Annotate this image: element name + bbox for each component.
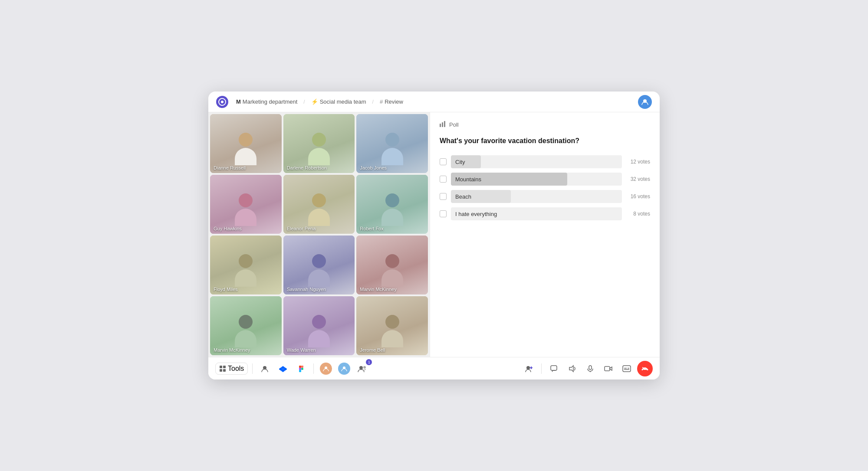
poll-checkbox-mountains[interactable] — [440, 176, 447, 183]
participant-name: Dianne Russell — [214, 165, 246, 170]
camera-button[interactable] — [601, 361, 616, 376]
svg-rect-27 — [551, 366, 557, 370]
video-tile: Jerome Bell — [356, 296, 428, 355]
svg-rect-5 — [444, 121, 445, 127]
video-tile: Darlene Robertson — [283, 114, 355, 173]
video-tile: Marvin McKinney — [356, 236, 428, 294]
volume-button[interactable] — [564, 361, 580, 376]
nav-marketing-label: Marketing department — [243, 98, 297, 105]
nav-marketing[interactable]: M Marketing department — [233, 97, 300, 107]
svg-rect-31 — [605, 366, 610, 371]
toolbar-divider-3 — [541, 363, 542, 374]
person-button[interactable] — [257, 361, 273, 376]
participant-name: Jerome Bell — [360, 347, 385, 353]
nav-review[interactable]: # Review — [377, 97, 406, 107]
svg-rect-18 — [299, 370, 301, 372]
participant-name: Robert Fox — [360, 226, 383, 231]
svg-rect-15 — [299, 366, 301, 368]
svg-rect-16 — [301, 366, 303, 368]
poll-bar-icon — [440, 121, 447, 128]
poll-votes-city: 12 votes — [626, 159, 650, 165]
poll-option-label-city: City — [455, 159, 465, 165]
poll-votes-mountains: 32 votes — [626, 176, 650, 182]
svg-rect-29 — [589, 366, 592, 370]
video-tile: Marvin McKinney — [210, 296, 282, 355]
participant-name: Floyd Miles — [214, 287, 238, 292]
participant-name: Eleanor Pena — [287, 226, 316, 231]
video-tile: Guy Hawkins — [210, 175, 282, 234]
poll-header: Poll — [440, 121, 650, 128]
captions-button[interactable] — [619, 361, 635, 376]
svg-rect-6 — [220, 366, 222, 368]
poll-option-label-mountains: Mountains — [455, 176, 481, 183]
nav-social-icon: ⚡ — [311, 98, 318, 105]
poll-option-label-beach: Beach — [455, 193, 471, 200]
dropbox-button[interactable] — [275, 361, 291, 376]
video-tile: Dianne Russell — [210, 114, 282, 173]
app-logo[interactable] — [216, 96, 228, 108]
figma-button[interactable] — [293, 361, 309, 376]
svg-rect-17 — [299, 368, 301, 370]
poll-bar-beach: Beach — [451, 190, 622, 203]
video-tile: Floyd Miles — [210, 236, 282, 294]
participant-name: Guy Hawkins — [214, 226, 242, 231]
poll-option-mountains: Mountains 32 votes — [440, 173, 650, 186]
tools-label: Tools — [228, 365, 244, 373]
poll-option-hate: I hate everything 8 votes — [440, 207, 650, 220]
svg-rect-8 — [220, 369, 222, 372]
header-nav: M Marketing department / ⚡ Social media … — [233, 97, 633, 107]
avatar-btn-1[interactable] — [318, 361, 334, 376]
poll-question: What's your favorite vacation destinatio… — [440, 136, 650, 146]
svg-point-23 — [363, 366, 366, 369]
poll-option-city: City 12 votes — [440, 155, 650, 168]
poll-checkbox-beach[interactable] — [440, 193, 447, 200]
nav-separator-1: / — [303, 99, 305, 105]
nav-m-prefix: M — [236, 98, 241, 105]
poll-label: Poll — [449, 121, 459, 128]
svg-point-22 — [359, 366, 363, 370]
svg-point-19 — [301, 368, 303, 370]
poll-panel: Poll What's your favorite vacation desti… — [430, 112, 660, 357]
toolbar-divider-1 — [252, 363, 253, 374]
toolbar-divider-2 — [313, 363, 314, 374]
nav-social[interactable]: ⚡ Social media team — [309, 97, 369, 107]
poll-checkbox-city[interactable] — [440, 158, 447, 165]
poll-votes-beach: 16 votes — [626, 193, 650, 200]
avatar-btn-2[interactable] — [336, 361, 352, 376]
toolbar: Tools — [208, 357, 660, 379]
poll-bar-mountains: Mountains — [451, 173, 622, 186]
user-avatar[interactable] — [638, 95, 652, 109]
participant-badge: 1 — [366, 359, 372, 365]
svg-point-1 — [221, 101, 224, 103]
participant-name: Savannah Nguyen — [287, 287, 326, 292]
video-tile: Eleanor Pena — [283, 175, 355, 234]
svg-rect-3 — [440, 124, 441, 127]
mic-button[interactable] — [582, 361, 598, 376]
poll-bar-hate: I hate everything — [451, 207, 622, 220]
participant-name: Darlene Robertson — [287, 165, 327, 170]
nav-separator-2: / — [372, 99, 374, 105]
poll-options: City 12 votes Mountains 32 votes — [440, 155, 650, 220]
participant-name: Wade Warren — [287, 347, 316, 353]
app-window: M Marketing department / ⚡ Social media … — [208, 92, 660, 379]
main-content: Dianne Russell Darlene Robertson — [208, 112, 660, 357]
nav-social-label: Social media team — [320, 98, 366, 105]
poll-checkbox-hate[interactable] — [440, 210, 447, 217]
poll-option-label-hate: I hate everything — [455, 211, 497, 217]
svg-rect-32 — [623, 366, 631, 372]
video-tile: Robert Fox — [356, 175, 428, 234]
participant-count-area: 1 — [355, 361, 370, 376]
chat-button[interactable] — [546, 361, 562, 376]
svg-marker-28 — [569, 366, 573, 372]
video-tile: Jacob Jones — [356, 114, 428, 173]
participant-name: Marvin McKinney — [360, 287, 396, 292]
svg-rect-9 — [223, 369, 226, 372]
poll-votes-hate: 8 votes — [626, 211, 650, 217]
poll-bar-city: City — [451, 155, 622, 168]
svg-rect-4 — [442, 122, 443, 127]
svg-point-24 — [526, 366, 530, 370]
add-person-button[interactable] — [521, 361, 537, 376]
participant-name: Jacob Jones — [360, 165, 387, 170]
end-call-button[interactable] — [637, 361, 653, 376]
tools-button[interactable]: Tools — [215, 363, 248, 375]
